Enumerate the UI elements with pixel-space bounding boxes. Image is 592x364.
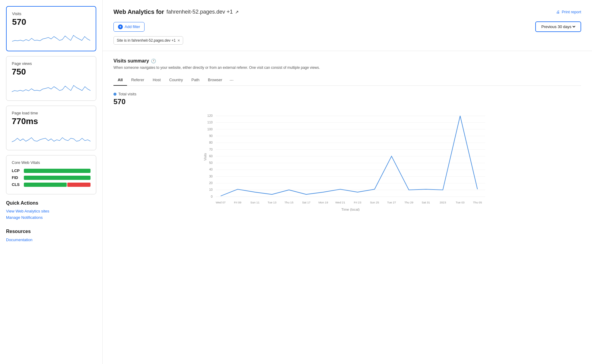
svg-text:70: 70	[209, 148, 213, 151]
cwv-fid-green	[24, 176, 91, 180]
total-label-text: Total visits	[118, 92, 136, 96]
svg-text:Tue 03: Tue 03	[456, 201, 464, 204]
page-views-sparkline	[12, 80, 91, 95]
toolbar: + Add filter Previous 30 days Previous 7…	[113, 21, 581, 32]
page-views-value: 750	[12, 67, 91, 77]
date-range-select[interactable]: Previous 30 days Previous 7 days Previou…	[540, 24, 576, 29]
resources-title: Resources	[6, 229, 96, 234]
tab-all[interactable]: All	[113, 75, 127, 86]
chart-grid: 120 110 100 90 80 70 60 50 40	[207, 114, 485, 198]
cwv-lcp-row: LCP	[12, 168, 91, 173]
cwv-cls-green	[24, 183, 67, 187]
date-range-selector[interactable]: Previous 30 days Previous 7 days Previou…	[535, 21, 581, 32]
tab-browser[interactable]: Browser	[204, 75, 227, 86]
cwv-lcp-label: LCP	[12, 168, 21, 173]
svg-text:Sun 25: Sun 25	[370, 201, 379, 204]
svg-text:Wed 07: Wed 07	[216, 201, 226, 204]
total-visits-label: Total visits	[113, 92, 581, 96]
tab-path[interactable]: Path	[187, 75, 204, 86]
svg-text:110: 110	[207, 120, 213, 124]
svg-text:Wed 21: Wed 21	[335, 201, 345, 204]
main-header: Web Analytics for fahrenheit-52.pages.de…	[113, 8, 581, 15]
visits-summary-desc: When someone navigates to your website, …	[113, 65, 581, 70]
chart-svg: 120 110 100 90 80 70 60 50 40	[113, 112, 581, 215]
filter-tags: Site is in fahrenheit-52.pages.dev +1 ×	[113, 36, 581, 45]
sidebar: Visits 570 Page views 750 Page load time…	[0, 0, 103, 364]
svg-text:Tue 27: Tue 27	[387, 201, 396, 204]
svg-text:100: 100	[207, 127, 213, 131]
visits-sparkline	[12, 30, 90, 45]
quick-actions: Quick Actions View Web Analytics sites M…	[6, 199, 96, 223]
cwv-title: Core Web Vitals	[12, 160, 91, 165]
domain-label: fahrenheit-52.pages.dev +1	[167, 9, 233, 15]
tab-more[interactable]: ···	[227, 75, 237, 85]
svg-text:60: 60	[209, 154, 213, 158]
svg-text:Thu 29: Thu 29	[404, 201, 413, 204]
visits-label: Visits	[12, 11, 90, 16]
svg-text:Sat 17: Sat 17	[302, 201, 310, 204]
external-link-icon[interactable]: ↗	[235, 10, 239, 14]
cwv-fid-label: FID	[12, 175, 21, 180]
tab-referer[interactable]: Referer	[127, 75, 148, 86]
svg-text:50: 50	[209, 161, 213, 164]
page-title-text: Web Analytics for	[113, 8, 164, 15]
svg-text:Fri 23: Fri 23	[354, 201, 361, 204]
svg-text:80: 80	[209, 141, 213, 144]
visits-chart: 120 110 100 90 80 70 60 50 40	[113, 112, 581, 216]
svg-text:10: 10	[209, 188, 213, 191]
visits-value: 570	[12, 17, 90, 27]
tab-country[interactable]: Country	[165, 75, 187, 86]
svg-text:2023: 2023	[440, 201, 446, 204]
svg-text:Time (local): Time (local)	[341, 207, 360, 211]
quick-actions-title: Quick Actions	[6, 200, 96, 206]
total-visits-value: 570	[113, 97, 581, 106]
cwv-cls-label: CLS	[12, 182, 21, 187]
filter-tag-site: Site is in fahrenheit-52.pages.dev +1 ×	[113, 36, 183, 45]
page-load-time-card[interactable]: Page load time 770ms	[6, 106, 96, 150]
svg-text:Tue 13: Tue 13	[268, 201, 276, 204]
svg-text:Thu 05: Thu 05	[473, 201, 482, 204]
page-load-label: Page load time	[12, 111, 91, 115]
plus-icon: +	[118, 24, 123, 29]
main-content: Web Analytics for fahrenheit-52.pages.de…	[103, 0, 592, 364]
svg-text:30: 30	[209, 174, 213, 178]
total-dot	[113, 93, 116, 96]
add-filter-button[interactable]: + Add filter	[113, 22, 145, 32]
view-web-analytics-link[interactable]: View Web Analytics sites	[6, 209, 96, 213]
svg-text:Fri 09: Fri 09	[234, 201, 241, 204]
cwv-lcp-green	[24, 169, 91, 173]
cwv-fid-row: FID	[12, 175, 91, 180]
print-icon: 🖨	[556, 10, 560, 14]
page-title: Web Analytics for fahrenheit-52.pages.de…	[113, 8, 239, 15]
visits-summary-title: Visits summary 🕐	[113, 58, 581, 64]
visits-summary-label: Visits summary	[113, 58, 149, 64]
cwv-cls-row: CLS	[12, 182, 91, 187]
print-label: Print report	[562, 10, 581, 14]
page-views-label: Page views	[12, 61, 91, 66]
svg-text:20: 20	[209, 181, 213, 185]
add-filter-label: Add filter	[125, 24, 140, 29]
filter-tag-close[interactable]: ×	[177, 38, 180, 43]
page-load-value: 770ms	[12, 117, 91, 126]
cwv-fid-bar	[24, 176, 91, 180]
documentation-link[interactable]: Documentation	[6, 238, 32, 242]
svg-text:Sat 31: Sat 31	[422, 201, 430, 204]
svg-text:Mon 19: Mon 19	[318, 201, 328, 204]
tab-host[interactable]: Host	[148, 75, 165, 86]
visits-tabs: All Referer Host Country Path Browser ··…	[113, 75, 581, 86]
svg-text:90: 90	[209, 134, 213, 138]
cwv-cls-bar	[24, 183, 91, 187]
svg-text:Thu 15: Thu 15	[285, 201, 294, 204]
visits-card[interactable]: Visits 570	[6, 6, 96, 51]
resources: Resources Documentation	[6, 228, 96, 243]
page-views-card[interactable]: Page views 750	[6, 56, 96, 101]
svg-text:120: 120	[207, 114, 213, 117]
svg-text:0: 0	[211, 195, 213, 198]
manage-notifications-link[interactable]: Manage Notifications	[6, 215, 96, 220]
filter-tag-label: Site is in fahrenheit-52.pages.dev +1	[117, 38, 176, 43]
svg-text:Visits: Visits	[203, 153, 207, 161]
cwv-lcp-bar	[24, 169, 91, 173]
print-report-button[interactable]: 🖨 Print report	[556, 10, 581, 14]
core-web-vitals-card: Core Web Vitals LCP FID CLS	[6, 155, 96, 194]
svg-text:Sun 11: Sun 11	[250, 201, 259, 204]
